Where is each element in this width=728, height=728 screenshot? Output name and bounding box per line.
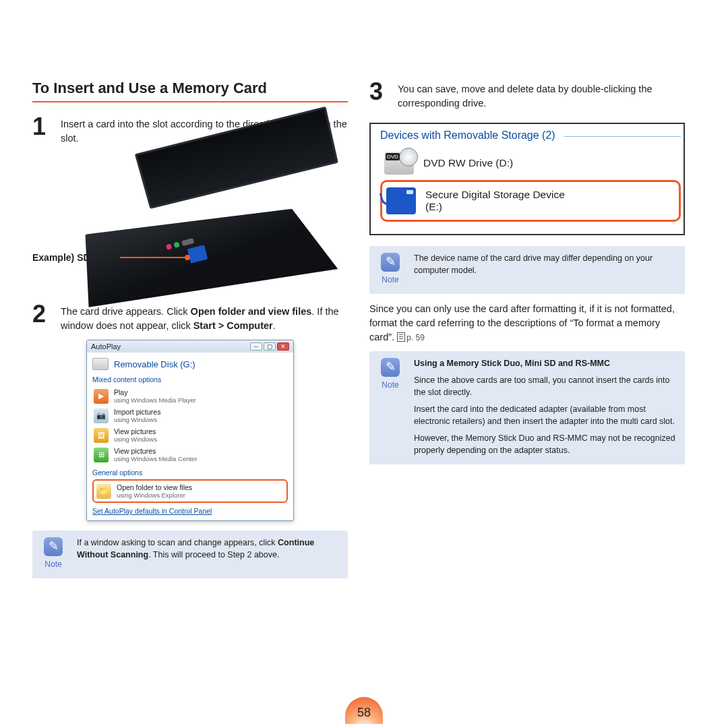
dvd-drive-icon: DVD [384,152,414,175]
removable-disk-row: Removable Disk (G:) [92,358,288,370]
maximize-icon[interactable]: ▢ [264,342,276,351]
device-dvd[interactable]: DVD DVD RW Drive (D:) [380,146,681,180]
section-heading: To Insert and Use a Memory Card [32,80,348,102]
note-label: Note [376,274,404,286]
note-label: Note [376,380,404,391]
play-icon: ▶ [94,389,109,404]
general-options-label: General options [92,468,288,477]
note-3: ✎ Note Using a Memory Stick Duo, Mini SD… [369,351,685,465]
pictures-icon: 🖼 [94,428,109,443]
step-number: 3 [369,80,390,111]
step-2: 2 The card drive appears. Click Open fol… [32,302,348,333]
page-number: 58 [345,697,383,724]
media-center-icon: ⊞ [94,448,109,462]
note-2: ✎ Note The device name of the card drive… [369,246,685,294]
minimize-icon[interactable]: – [250,342,262,351]
pencil-icon: ✎ [381,253,400,272]
camera-icon: 📷 [94,408,109,423]
option-open-folder[interactable]: 📁 Open folder to view filesusing Windows… [92,479,288,503]
callout-line [120,257,189,258]
mixed-options-label: Mixed content options [92,375,288,384]
autoplay-defaults-link[interactable]: Set AutoPlay defaults in Control Panel [92,507,288,515]
step-number: 2 [32,302,53,333]
devices-legend: Devices with Removable Storage (2) [380,129,564,142]
option-play[interactable]: ▶ Playusing Windows Media Player [92,386,288,406]
autoplay-title-text: AutoPlay [91,342,121,351]
laptop-illustration: Example) SD Card [32,152,348,294]
step-3: 3 You can save, move and delete data by … [369,80,685,111]
pencil-icon: ✎ [381,358,400,377]
format-paragraph: Since you can only use the card after fo… [369,302,685,344]
device-sd[interactable]: Secure Digital Storage Device (E:) [380,180,681,222]
sd-device-icon [386,187,416,214]
pencil-icon: ✎ [44,537,63,556]
window-titlebar: AutoPlay – ▢ ✕ [87,340,293,353]
note-label: Note [39,559,67,570]
folder-icon: 📁 [96,484,111,499]
step-number: 1 [32,115,53,146]
autoplay-window: AutoPlay – ▢ ✕ Removable Disk (G:) Mixed… [86,340,294,521]
devices-panel: Devices with Removable Storage (2) DVD D… [369,123,685,235]
option-view-mce[interactable]: ⊞ View picturesusing Windows Media Cente… [92,445,288,464]
close-icon[interactable]: ✕ [277,342,289,351]
step-text: The card drive appears. Click Open folde… [61,302,348,333]
drive-icon [92,358,109,370]
option-import[interactable]: 📷 Import picturesusing Windows [92,406,288,425]
note-1: ✎ Note If a window asking to scan and ch… [32,530,348,578]
sd-card-label: Example) SD Card [32,252,114,263]
option-view-pics[interactable]: 🖼 View picturesusing Windows [92,425,288,445]
page-ref-icon [397,332,405,342]
step-text: You can save, move and delete data by do… [398,80,685,111]
